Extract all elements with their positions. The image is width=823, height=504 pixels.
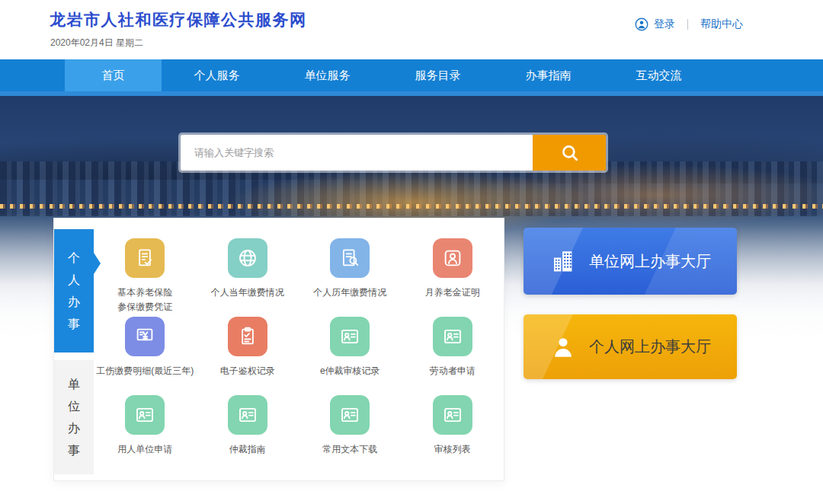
- search-button[interactable]: [533, 135, 606, 171]
- service-label: 个人当年缴费情况: [211, 285, 284, 300]
- help-center-link[interactable]: 帮助中心: [700, 18, 743, 31]
- nav-tab-5[interactable]: 互动交流: [604, 59, 714, 91]
- login-label: 登录: [654, 18, 675, 31]
- side-tab-label: 单 位 办 事: [68, 373, 80, 461]
- user-circle-icon: [634, 17, 649, 32]
- person-frame-icon: [433, 238, 472, 278]
- doc-check-icon: [125, 238, 165, 278]
- unit-hall-button[interactable]: 单位网上办事大厅: [524, 228, 737, 295]
- service-item[interactable]: 劳动者申请: [402, 317, 504, 395]
- nav-tab-4[interactable]: 办事指南: [493, 59, 604, 91]
- page: 龙岩市人社和医疗保障公共服务网 2020年02月4日 星期二 登录 帮助中心 首…: [0, 0, 823, 504]
- side-tabstrip: 个 人 办 事单 位 办 事: [54, 219, 94, 480]
- id-card-icon: [330, 317, 370, 356]
- clipboard-icon: [228, 317, 267, 356]
- doc-search-icon: [330, 238, 370, 278]
- service-label: 电子鉴权记录: [220, 364, 275, 378]
- quick-link-label: 个人网上办事大厅: [589, 337, 711, 357]
- service-label: 劳动者申请: [430, 364, 476, 378]
- service-label: 基本养老保险 参保缴费凭证: [117, 285, 172, 314]
- header-links: 登录 帮助中心: [634, 17, 743, 32]
- login-link[interactable]: 登录: [634, 17, 675, 32]
- id-card-icon: [125, 395, 165, 435]
- service-item[interactable]: 用人单位申请: [94, 395, 197, 474]
- side-tab-0[interactable]: 个 人 办 事: [54, 229, 94, 352]
- services-grid: 基本养老保险 参保缴费凭证个人当年缴费情况个人历年缴费情况月养老金证明工伤缴费明…: [94, 219, 504, 480]
- quick-link-label: 单位网上办事大厅: [589, 251, 711, 272]
- site-title: 龙岩市人社和医疗保障公共服务网: [50, 9, 307, 30]
- services-card: 个 人 办 事单 位 办 事 基本养老保险 参保缴费凭证个人当年缴费情况个人历年…: [53, 218, 504, 481]
- id-card-icon: [228, 395, 267, 435]
- service-item[interactable]: 月养老金证明: [402, 238, 504, 317]
- service-label: 仲裁指南: [229, 442, 266, 457]
- site-header: 龙岩市人社和医疗保障公共服务网 2020年02月4日 星期二 登录 帮助中心: [0, 0, 823, 59]
- personal-hall-button[interactable]: 个人网上办事大厅: [524, 314, 737, 379]
- person-icon: [549, 333, 577, 361]
- nav-spacer: [0, 59, 65, 91]
- service-item[interactable]: e仲裁审核记录: [299, 317, 402, 395]
- header-divider: [687, 19, 688, 30]
- service-item[interactable]: 个人历年缴费情况: [299, 238, 402, 317]
- service-label: e仲裁审核记录: [320, 364, 380, 378]
- date-text: 2020年02月4日 星期二: [50, 37, 143, 49]
- id-card-icon: [433, 317, 472, 356]
- service-item[interactable]: 常用文本下载: [299, 395, 402, 474]
- service-item[interactable]: 个人当年缴费情况: [197, 238, 299, 317]
- service-item[interactable]: 基本养老保险 参保缴费凭证: [94, 238, 197, 317]
- service-item[interactable]: 电子鉴权记录: [197, 317, 299, 395]
- service-label: 月养老金证明: [425, 285, 480, 300]
- side-tab-label: 个 人 办 事: [68, 247, 80, 335]
- main-nav: 首页个人服务单位服务服务目录办事指南互动交流: [0, 59, 823, 91]
- service-item[interactable]: 审核列表: [402, 395, 504, 474]
- nav-tab-2[interactable]: 单位服务: [272, 59, 383, 91]
- search-icon: [559, 142, 580, 163]
- nav-tab-3[interactable]: 服务目录: [383, 59, 493, 91]
- building-icon: [549, 247, 577, 275]
- id-card-icon: [433, 395, 472, 435]
- search-input[interactable]: [181, 135, 533, 171]
- service-label: 用人单位申请: [117, 442, 172, 457]
- service-label: 工伤缴费明细(最近三年): [96, 364, 194, 378]
- id-card-icon: [330, 395, 370, 435]
- service-item[interactable]: 工伤缴费明细(最近三年): [94, 317, 197, 395]
- nav-tab-0[interactable]: 首页: [65, 59, 162, 91]
- globe-icon: [228, 238, 267, 278]
- card-yen-icon: [125, 317, 165, 356]
- side-tab-1[interactable]: 单 位 办 事: [54, 360, 94, 474]
- quick-entry-panel: 单位网上办事大厅个人网上办事大厅: [524, 228, 737, 379]
- search-bar: [181, 135, 606, 171]
- service-item[interactable]: 仲裁指南: [197, 395, 299, 474]
- service-label: 个人历年缴费情况: [313, 285, 386, 300]
- service-label: 审核列表: [434, 442, 471, 457]
- nav-tab-1[interactable]: 个人服务: [162, 59, 272, 91]
- service-label: 常用文本下载: [322, 442, 377, 457]
